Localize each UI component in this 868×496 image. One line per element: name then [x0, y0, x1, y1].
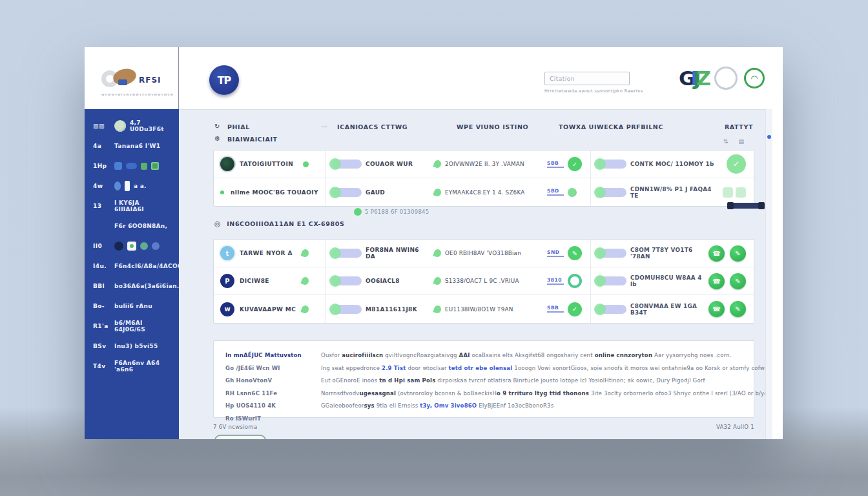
row-avatar-icon: [220, 157, 234, 171]
row-right-label: CDOMUH8CU W8AA 4 lb: [630, 274, 705, 287]
sidebar-item-integrations[interactable]: II0: [93, 240, 175, 253]
sidebar-item-glyph: II0: [93, 243, 114, 249]
sidebar-item-9[interactable]: Bo- bulii6 rAnu: [93, 300, 175, 313]
brand-chip-icon: [118, 79, 127, 85]
sidebar-item-7[interactable]: I4u. F6n4cl6/A8a/4ACO6S: [93, 260, 175, 273]
vertical-scrollbar-thumb[interactable]: [767, 135, 771, 139]
sidebar-item-label: F6An6nv A64 'a6n6: [114, 360, 170, 373]
pencil-icon: ✎: [568, 246, 582, 260]
notes-card: In mnAÉJUC Mattuvston Go /JE46i Wcn WI G…: [213, 340, 754, 418]
sidebar-item-apps[interactable]: 1Hp: [93, 160, 175, 172]
check-icon: ✓: [568, 157, 582, 171]
header-badges: G I J Z ◠: [679, 65, 765, 91]
table-group-2: t TARWE NYOR A FOR8NA NWIN6 DA OE0 RBIH8…: [213, 239, 754, 324]
call-button[interactable]: ☎: [708, 245, 725, 262]
toggle-pill-icon[interactable]: [597, 305, 626, 314]
sidebar-nav: ▥▥ 4,7 U0Du3F6t 4a Tanana6 I'W1 1Hp 4w: [85, 109, 179, 439]
sidebar-item-glyph: 1Hp: [93, 163, 114, 169]
sidebar-item-5[interactable]: F6r 6OO8N8An,: [93, 220, 175, 232]
status-ring-icon[interactable]: ◠: [744, 68, 765, 88]
toggle-pill-icon[interactable]: [597, 249, 626, 258]
status-dot-icon: [303, 161, 309, 167]
vertical-scrollbar-track[interactable]: [765, 109, 772, 439]
sidebar-item-glyph: T4v: [93, 363, 114, 369]
toggle-pill-icon[interactable]: [597, 188, 626, 197]
table-row[interactable]: t TARWE NYOR A FOR8NA NWIN6 DA OE0 RBIH8…: [214, 240, 754, 267]
chip-dot-icon: [354, 208, 362, 216]
sidebar-item-label: b6/M6AI 64J0G/6S: [114, 320, 170, 333]
chip-label: 5 P6188 6F 01309845: [365, 209, 429, 215]
target-icon: ◎: [214, 220, 221, 228]
row-right-label: CDNN1W/8% P1 J FAQA4 TE: [630, 186, 719, 199]
app-pill-icon: [126, 163, 137, 169]
edit-button[interactable]: ✎: [730, 273, 746, 289]
table-row[interactable]: P DICIW8E OO6IACL8 S1338/OAC7 L 9C .VRIU…: [214, 267, 754, 295]
sidebar-item-glyph: 4a: [93, 143, 114, 149]
edit-button[interactable]: ✎: [730, 245, 746, 262]
sidebar-item-1[interactable]: 4a Tanana6 I'W1: [93, 140, 175, 152]
table-group-1: TATOIGIUTTOIN COUAOR WUR 2OIVWNW2E II. 3…: [213, 150, 754, 207]
sidebar-item-10[interactable]: R1'a b6/M6AI 64J0G/6S: [93, 320, 175, 333]
toggle-pill-icon[interactable]: [332, 276, 362, 285]
column-header: TOWXA UIWECKA PRFBILNC: [559, 123, 663, 130]
call-button[interactable]: ☎: [708, 301, 725, 317]
sidebar-item-glyph: 4w: [93, 183, 114, 189]
sidebar-item-glyph: Bo-: [93, 303, 114, 309]
leaf-icon: [433, 187, 442, 197]
sidebar-item-label: Inu3) b5vi55: [114, 343, 170, 349]
sidebar-item-4[interactable]: 13 I KY6JA 6IIIAIA6I: [93, 200, 175, 212]
brand-logo: RFSI wvwwvwrvwvwwvnvwvwwvwvw: [85, 47, 179, 109]
sort-icon[interactable]: ⇅: [723, 138, 728, 145]
toggle-pill-icon[interactable]: [332, 160, 362, 169]
table-row[interactable]: TATOIGIUTTOIN COUAOR WUR 2OIVWNW2E II. 3…: [214, 150, 754, 178]
row-name: nllme MOOC'BG TOUAOIY: [231, 189, 318, 196]
cutoff-button[interactable]: [214, 435, 266, 439]
sidebar-item-label: bulii6 rAnu: [114, 303, 170, 309]
menu-icon[interactable]: ▤: [738, 138, 744, 145]
avatar: [114, 120, 126, 132]
sidebar-item-12[interactable]: T4v F6An6nv A64 'a6n6: [93, 360, 175, 373]
confirm-button[interactable]: ✓: [727, 154, 746, 174]
toggle-pill-icon[interactable]: [332, 188, 362, 197]
gear-icon: ⚙: [214, 135, 220, 142]
avatar-ring-icon[interactable]: [714, 67, 738, 90]
search-caption: Hrrnttwtwwda awout ssnoontjpkn Rawrtes: [544, 88, 674, 94]
toggle-pill-icon[interactable]: [332, 305, 362, 314]
sidebar-item-11[interactable]: BSv Inu3) b5vi55: [93, 340, 175, 353]
check-icon: ✓: [568, 302, 582, 316]
row-name: TATOIGIUTTOIN: [240, 161, 293, 167]
sidebar-item-label: 4,7 U0Du3F6t: [130, 119, 175, 132]
toggle-pill-icon[interactable]: [597, 276, 626, 285]
sidebar-item-label: F6n4cl6/A8a/4ACO6S: [114, 263, 170, 269]
tool-circle-icon: [114, 181, 121, 191]
edit-button[interactable]: ✎: [730, 301, 746, 317]
sidebar-item-profile[interactable]: ▥▥ 4,7 U0Du3F6t: [93, 119, 175, 132]
table-row[interactable]: nllme MOOC'BG TOUAOIY GAUD EYMAAK4C8.EY …: [214, 178, 754, 206]
toggle-pill-icon[interactable]: [332, 249, 362, 258]
row-mid-text: EYMAAK4C8.EY 1 4. SZ6KA: [445, 189, 543, 196]
badge-letter-z: Z: [697, 65, 711, 91]
notes-paragraph: Ousfor aucirofiiilscn qviltlvogncRoazgia…: [321, 349, 765, 409]
ring-status-icon: [568, 274, 582, 288]
horizontal-scrollbar-thumb[interactable]: [728, 203, 763, 209]
status-dot-icon: [568, 188, 577, 197]
row-name: DICIW8E: [240, 278, 269, 284]
row-right-label: C8ONVMAA EW 1GA B34T: [630, 303, 705, 316]
desktop-background: RFSI wvwwvwrvwvwwvnvwvwwvwvw ▥▥ 4,7 U0Du…: [0, 0, 868, 496]
row-avatar-icon: w: [220, 302, 234, 316]
section-title: ◎ IN6COOIIIOA11AN E1 CX-6980S: [214, 220, 344, 228]
call-button[interactable]: ☎: [708, 273, 725, 289]
footer-left-label: 7 6V ncwsioma: [213, 424, 257, 430]
row-tag: SBD: [547, 189, 564, 196]
sidebar-item-tools[interactable]: 4w a a.: [93, 180, 175, 192]
table-row[interactable]: w KUVAVAAPW MC M81A11611J8K EU1138IW/8O1…: [214, 295, 754, 323]
notes-list: In mnAÉJUC Mattuvston Go /JE46i Wcn WI G…: [225, 349, 321, 409]
row-tag: SBB: [547, 305, 564, 313]
app-window: RFSI wvwwvwrvwvwwvnvwvwwvwvw ▥▥ 4,7 U0Du…: [85, 47, 783, 439]
table-header: ↻ PHIAL ⚙ BIAIWAICIAIT — ICANIOACS CTTWG…: [213, 119, 754, 150]
leaf-icon: [433, 249, 442, 258]
search-input[interactable]: Citation: [544, 72, 630, 85]
toggle-pill-icon[interactable]: [597, 160, 626, 169]
sidebar-item-8[interactable]: BBl bo36A6a(3a6i6ian.: [93, 280, 175, 293]
integration-card-icon: [127, 242, 136, 251]
